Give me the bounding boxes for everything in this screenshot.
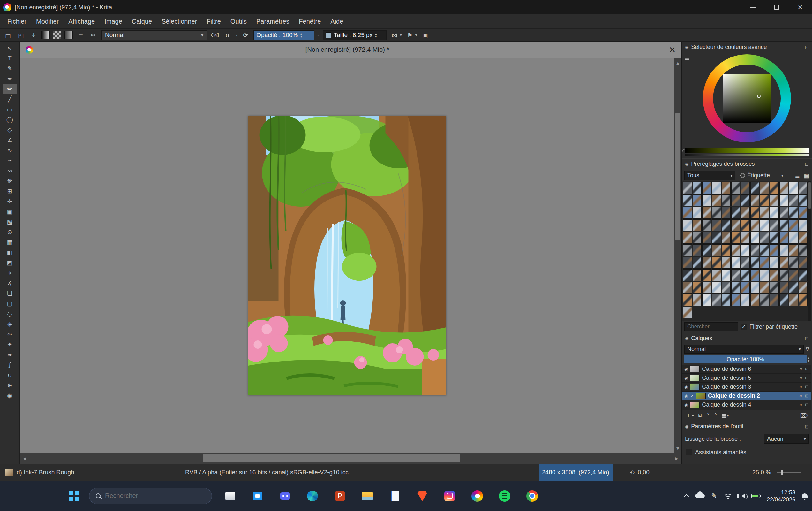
scroll-up-icon[interactable]: ▲ — [673, 58, 683, 68]
brush-preset-thumb[interactable] — [750, 244, 759, 256]
brush-preset-thumb[interactable] — [750, 294, 759, 306]
float-docker-icon[interactable]: ⊡ — [805, 424, 809, 430]
instagram-icon[interactable] — [441, 487, 458, 505]
brush-preset-thumb[interactable] — [789, 257, 798, 269]
brush-preset-thumb[interactable] — [770, 182, 779, 194]
tool-crop[interactable]: ▣ — [3, 206, 17, 217]
brush-preset-thumb[interactable] — [799, 232, 808, 244]
alpha-lock-icon[interactable]: α — [223, 30, 232, 40]
onedrive-icon[interactable] — [695, 494, 705, 498]
layer-visibility-icon[interactable]: ◉ — [684, 376, 688, 380]
tool-gradient[interactable]: ▧ — [3, 217, 17, 227]
brush-preset-thumb[interactable] — [760, 207, 769, 219]
brush-preset-thumb[interactable] — [750, 207, 759, 219]
chevron-down-icon[interactable]: ▾ — [415, 33, 417, 37]
brush-preset-thumb[interactable] — [702, 232, 711, 244]
pen-icon[interactable]: ✎ — [711, 492, 717, 500]
brush-preset-thumb[interactable] — [693, 207, 701, 219]
gradient-chooser-swatch[interactable] — [64, 31, 73, 39]
menu-item-calque[interactable]: Calque — [127, 15, 157, 28]
brush-preset-thumb[interactable] — [760, 269, 769, 281]
chevron-down-icon[interactable]: ▾ — [400, 33, 402, 37]
layers-header[interactable]: ◉ Calques ⊡ — [682, 333, 812, 344]
tool-assistants[interactable]: ⌖ — [3, 268, 17, 278]
brush-preset-thumb[interactable] — [741, 269, 750, 281]
brush-preset-thumb[interactable] — [712, 194, 721, 206]
tag-label[interactable]: Étiquette — [747, 172, 770, 179]
tool-calligraphy[interactable]: ✒ — [3, 74, 17, 84]
tool-options-header[interactable]: ◉ Paramètres de l'outil ⊡ — [682, 421, 812, 432]
brush-preset-thumb[interactable] — [770, 294, 779, 306]
tool-rectangle[interactable]: ▭ — [3, 104, 17, 114]
color-strips[interactable] — [682, 147, 812, 158]
brush-preset-thumb[interactable] — [702, 194, 711, 206]
powerpoint-icon[interactable] — [331, 487, 349, 505]
brush-preset-thumb[interactable] — [770, 194, 779, 206]
brush-search-input[interactable] — [684, 322, 738, 331]
open-document-icon[interactable]: ◰ — [16, 30, 26, 40]
brush-preset-thumb[interactable] — [683, 194, 692, 206]
brush-preset-thumb[interactable] — [760, 194, 769, 206]
tool-pan[interactable]: ◉ — [3, 390, 17, 401]
trim-canvas-icon[interactable]: ▣ — [420, 30, 430, 40]
brush-preset-thumb[interactable] — [750, 269, 759, 281]
float-docker-icon[interactable]: ⊡ — [805, 45, 809, 50]
volume-icon[interactable] — [739, 493, 745, 499]
chevron-down-icon[interactable]: ▾ — [781, 173, 784, 178]
brush-preset-thumb[interactable] — [779, 182, 788, 194]
hue-ring[interactable] — [703, 54, 791, 142]
brush-preset-thumb[interactable] — [693, 182, 701, 194]
brush-preset-thumb[interactable] — [799, 282, 808, 294]
brush-preset-thumb[interactable] — [779, 232, 788, 244]
brush-preset-thumb[interactable] — [702, 294, 711, 306]
notifications-icon[interactable] — [802, 493, 808, 498]
vertical-scroll-thumb[interactable] — [675, 113, 680, 241]
blend-mode-dropdown[interactable]: Normal ▾ — [102, 30, 207, 40]
brush-preset-thumb[interactable] — [712, 207, 721, 219]
tool-color-sampler[interactable]: ⊙ — [3, 227, 17, 237]
brush-preset-thumb[interactable] — [779, 257, 788, 269]
brush-preset-thumb[interactable] — [712, 182, 721, 194]
brush-editor-icon[interactable]: ✑ — [89, 30, 98, 40]
brush-preset-thumb[interactable] — [770, 232, 779, 244]
menu-item-filtre[interactable]: Filtre — [202, 15, 225, 28]
brush-preset-thumb[interactable] — [760, 182, 769, 194]
tool-pattern-edit[interactable]: ▦ — [3, 237, 17, 247]
eraser-mode-icon[interactable]: ⌫ — [210, 30, 220, 40]
brush-preset-thumb[interactable] — [722, 207, 731, 219]
current-brush[interactable]: d) Ink-7 Brush Rough — [5, 464, 75, 481]
brush-preset-thumb[interactable] — [789, 182, 798, 194]
minimize-button[interactable] — [741, 0, 765, 15]
brush-preset-thumb[interactable] — [779, 244, 788, 256]
brush-preset-thumb[interactable] — [731, 207, 740, 219]
taskbar-search[interactable] — [89, 488, 212, 504]
tool-freehand-path[interactable]: ∽ — [3, 155, 17, 165]
move-layer-up-button[interactable]: ˄ — [714, 412, 717, 419]
brush-preset-thumb[interactable] — [760, 282, 769, 294]
brush-preset-thumb[interactable] — [789, 244, 798, 256]
image-dimensions[interactable]: 2480 x 3508 (972,4 Mio) — [539, 464, 612, 481]
brush-preset-thumb[interactable] — [779, 194, 788, 206]
brush-preset-thumb[interactable] — [722, 282, 731, 294]
zoom-slider[interactable] — [777, 472, 801, 473]
tool-move[interactable]: ✛ — [3, 196, 17, 206]
duplicate-layer-button[interactable]: ⧉ — [698, 412, 702, 419]
menu-icon[interactable]: ≣ — [795, 172, 800, 179]
menu-item-outils[interactable]: Outils — [226, 15, 252, 28]
tool-ellipse[interactable]: ◯ — [3, 114, 17, 125]
layer-row[interactable]: ◉✓Calque de dessin 2α ⊡ — [683, 392, 811, 401]
brush-preset-thumb[interactable] — [683, 207, 692, 219]
brush-grid-scrollbar[interactable] — [808, 181, 811, 321]
brush-preset-thumb[interactable] — [750, 257, 759, 269]
brush-preset-thumb[interactable] — [702, 207, 711, 219]
layer-flag-icons[interactable]: α ⊡ — [800, 394, 810, 398]
tray-overflow-icon[interactable] — [684, 494, 689, 499]
brush-preset-thumb[interactable] — [722, 269, 731, 281]
brush-preset-thumb[interactable] — [731, 194, 740, 206]
taskbar-clock[interactable]: 12:53 22/04/2026 — [767, 489, 795, 503]
menu-item-image[interactable]: Image — [99, 15, 127, 28]
brush-preset-thumb[interactable] — [702, 244, 711, 256]
tool-transform[interactable]: ⊞ — [3, 186, 17, 196]
brush-preset-thumb[interactable] — [750, 232, 759, 244]
krita-icon[interactable] — [469, 487, 486, 505]
